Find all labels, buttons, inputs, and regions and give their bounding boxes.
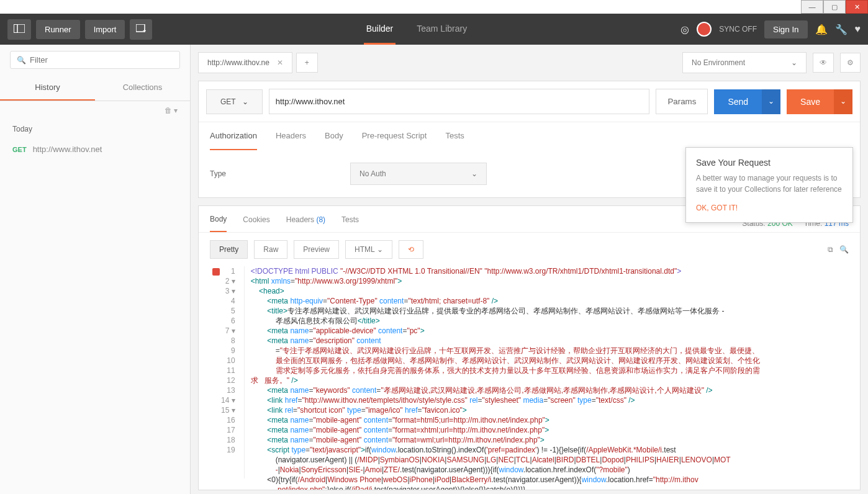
history-section-today: Today — [0, 120, 190, 138]
content-area: No Environment ⌄ 👁 ⚙ http://www.ithov.ne… — [191, 45, 868, 494]
filter-box[interactable]: 🔍 — [10, 51, 180, 69]
search-response-icon[interactable]: 🔍 — [839, 245, 849, 254]
svg-rect-1 — [14, 24, 17, 33]
new-tab-button[interactable]: + — [296, 53, 318, 73]
tab-team-library[interactable]: Team Library — [414, 14, 469, 45]
signin-button[interactable]: Sign In — [764, 20, 808, 38]
new-window-button[interactable]: + — [130, 19, 152, 40]
send-dropdown[interactable]: ⌄ — [762, 89, 780, 114]
sync-status: SYNC OFF — [719, 25, 757, 34]
wrench-icon[interactable]: 🔧 — [835, 24, 848, 35]
resp-tab-tests[interactable]: Tests — [341, 215, 359, 231]
save-button[interactable]: Save — [787, 89, 834, 114]
popover-ok-button[interactable]: OK, GOT IT! — [696, 204, 738, 212]
resp-tab-body[interactable]: Body — [210, 215, 227, 232]
wrap-lines-button[interactable]: ⟲ — [399, 240, 423, 259]
save-request-popover: Save Your Request A better way to manage… — [685, 147, 853, 223]
subtab-prerequest[interactable]: Pre-request Script — [362, 122, 427, 150]
filter-input[interactable] — [30, 55, 173, 65]
view-raw[interactable]: Raw — [254, 240, 287, 259]
close-tab-icon[interactable]: ✕ — [277, 58, 283, 67]
chevron-down-icon: ⌄ — [791, 58, 797, 67]
svg-text:+: + — [143, 27, 146, 33]
lang-select[interactable]: HTML ⌄ — [345, 240, 392, 259]
history-url: http://www.ithov.net — [33, 145, 102, 154]
sidebar: 🔍 History Collections 🗑 ▾ Today GET http… — [0, 45, 191, 494]
sidebar-icon — [14, 24, 25, 33]
save-dropdown[interactable]: ⌄ — [834, 89, 852, 114]
trash-icon[interactable]: 🗑 ▾ — [165, 106, 178, 115]
send-button[interactable]: Send — [714, 89, 762, 114]
subtab-tests[interactable]: Tests — [445, 122, 464, 150]
auth-type-select[interactable]: No Auth ⌄ — [350, 163, 487, 185]
subtab-body[interactable]: Body — [325, 122, 343, 150]
resp-tab-headers[interactable]: Headers (8) — [286, 215, 325, 231]
bell-icon[interactable]: 🔔 — [815, 24, 828, 35]
tab-builder[interactable]: Builder — [364, 14, 396, 45]
sync-badge-icon — [697, 22, 712, 37]
history-item[interactable]: GET http://www.ithov.net — [0, 138, 190, 160]
url-input[interactable] — [269, 89, 650, 114]
minimize-button[interactable]: — — [801, 0, 823, 14]
environment-settings-button[interactable]: ⚙ — [840, 53, 861, 73]
request-tab-label: http://www.ithov.ne — [207, 58, 269, 67]
view-pretty[interactable]: Pretty — [210, 240, 248, 259]
request-tab[interactable]: http://www.ithov.ne ✕ — [198, 52, 292, 73]
satellite-icon[interactable]: ◎ — [680, 24, 689, 35]
copy-icon[interactable]: ⧉ — [828, 245, 833, 254]
popover-title: Save Your Request — [696, 158, 843, 168]
heart-icon[interactable]: ♥ — [855, 24, 861, 35]
search-icon: 🔍 — [17, 56, 26, 65]
auth-selected: No Auth — [359, 169, 386, 178]
subtab-headers[interactable]: Headers — [276, 122, 306, 150]
popover-body: A better way to manage your requests is … — [696, 173, 843, 195]
response-body[interactable]: 12 ▾3 ▾4567 ▾891011121314 ▾15 ▾16171819 … — [199, 266, 860, 490]
resp-tab-cookies[interactable]: Cookies — [243, 215, 269, 231]
close-button[interactable]: ✕ — [846, 0, 868, 14]
environment-select[interactable]: No Environment ⌄ — [682, 52, 807, 73]
auth-type-label: Type — [210, 169, 226, 178]
history-method: GET — [12, 146, 27, 153]
import-button[interactable]: Import — [85, 20, 125, 39]
chevron-down-icon: ⌄ — [471, 169, 477, 178]
sidebar-tab-collections[interactable]: Collections — [95, 75, 190, 101]
environment-preview-button[interactable]: 👁 — [813, 53, 834, 73]
svg-rect-0 — [14, 24, 25, 33]
sidebar-tab-history[interactable]: History — [0, 75, 95, 101]
app-header: Runner Import + Builder Team Library ◎ S… — [0, 14, 868, 45]
chevron-down-icon: ⌄ — [242, 97, 248, 106]
runner-button[interactable]: Runner — [36, 20, 80, 39]
method-label: GET — [220, 97, 236, 106]
view-preview[interactable]: Preview — [294, 240, 339, 259]
method-select[interactable]: GET ⌄ — [206, 89, 263, 114]
environment-label: No Environment — [692, 58, 745, 67]
subtab-authorization[interactable]: Authorization — [210, 122, 257, 150]
maximize-button[interactable]: ▢ — [823, 0, 846, 14]
new-window-icon: + — [136, 24, 146, 33]
headers-count: (8) — [316, 215, 325, 224]
toggle-sidebar-button[interactable] — [7, 19, 31, 40]
params-button[interactable]: Params — [656, 89, 708, 114]
